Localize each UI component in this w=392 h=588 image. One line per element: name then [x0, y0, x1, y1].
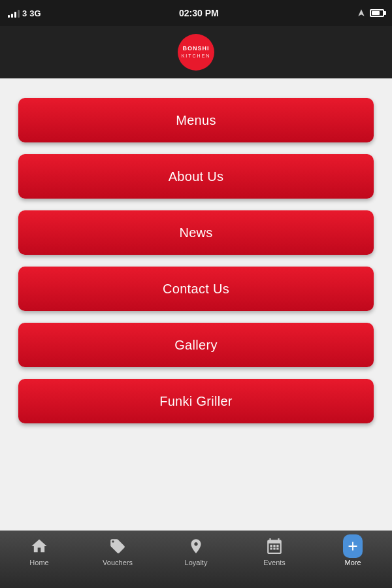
status-right	[357, 8, 384, 18]
events-icon	[265, 536, 284, 556]
location-icon	[357, 8, 366, 18]
contact-us-button[interactable]: Contact Us	[18, 267, 374, 311]
app-header: BONSHI KITCHEN	[0, 26, 392, 78]
battery-icon	[370, 9, 384, 17]
more-icon	[343, 536, 363, 556]
tab-events[interactable]: Events	[235, 536, 314, 566]
tab-vouchers-label: Vouchers	[103, 559, 133, 566]
signal-bar-1	[8, 15, 10, 18]
svg-rect-2	[276, 545, 278, 547]
funki-griller-button[interactable]: Funki Griller	[18, 379, 374, 423]
tab-more-label: More	[344, 559, 361, 566]
status-bar: 3 3G 02:30 PM	[0, 0, 392, 26]
svg-rect-5	[276, 547, 278, 549]
svg-rect-0	[270, 545, 272, 547]
vouchers-icon	[108, 536, 127, 556]
news-button[interactable]: News	[18, 210, 374, 255]
main-nav: Menus About Us News Contact Us Gallery F…	[0, 78, 392, 531]
tab-loyalty[interactable]: Loyalty	[157, 536, 235, 566]
svg-rect-4	[273, 547, 275, 549]
more-icon-bg	[343, 534, 363, 558]
logo-text: BONSHI KITCHEN	[182, 45, 211, 59]
network-type: 3	[22, 8, 27, 18]
tab-loyalty-label: Loyalty	[185, 559, 208, 566]
svg-rect-1	[273, 545, 275, 547]
carrier-text: 3G	[29, 8, 41, 18]
loyalty-icon	[186, 536, 206, 556]
about-us-button[interactable]: About Us	[18, 154, 374, 199]
svg-rect-3	[270, 547, 272, 549]
signal-bar-2	[11, 14, 13, 18]
tab-vouchers[interactable]: Vouchers	[78, 536, 157, 566]
status-time: 02:30 PM	[179, 8, 219, 18]
gallery-button[interactable]: Gallery	[18, 323, 374, 367]
tab-events-label: Events	[263, 559, 286, 566]
tab-home[interactable]: Home	[0, 536, 78, 566]
home-icon	[29, 536, 49, 556]
tab-home-label: Home	[29, 559, 48, 566]
signal-bar-4	[18, 10, 20, 18]
menus-button[interactable]: Menus	[18, 98, 374, 142]
battery-fill	[372, 11, 380, 15]
signal-bar-3	[14, 12, 16, 18]
tab-bar: Home Vouchers Loyalty	[0, 531, 392, 588]
status-left: 3 3G	[8, 8, 41, 18]
tab-more[interactable]: More	[314, 536, 392, 566]
signal-bars	[8, 8, 20, 18]
logo: BONSHI KITCHEN	[178, 34, 214, 71]
